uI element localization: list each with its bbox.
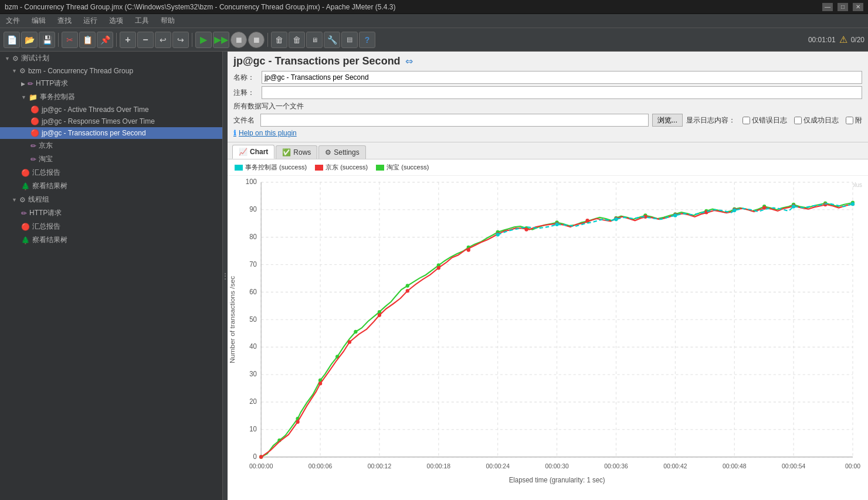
tree-label-tc: 事务控制器 (40, 92, 75, 102)
svg-text:00:00:42: 00:00:42 (663, 462, 687, 470)
svg-point-95 (614, 217, 618, 222)
chart-icon-rt: 🔴 (30, 117, 39, 125)
comment-input[interactable] (262, 86, 862, 99)
svg-point-96 (673, 213, 677, 217)
maximize-button[interactable]: □ (838, 3, 848, 11)
only-success-checkbox[interactable] (794, 117, 802, 124)
function-button[interactable]: 🔧 (324, 32, 340, 48)
tree-item-transaction-controller[interactable]: ▼ 📁 事务控制器 (0, 90, 222, 104)
tree-item-active-threads[interactable]: 🔴 jp@gc - Active Threads Over Time (0, 104, 222, 115)
rows-tab-icon: ✅ (282, 148, 291, 157)
pencil-icon-http1: ✏ (28, 80, 33, 88)
start-button[interactable]: ▶ (195, 32, 212, 48)
svg-point-78 (437, 266, 440, 270)
undo-button[interactable]: ↩ (155, 32, 171, 48)
browse-button[interactable]: 浏览... (652, 114, 683, 127)
toolbar-separator-2 (116, 33, 117, 47)
menu-edit[interactable]: 编辑 (29, 15, 48, 26)
save-button[interactable]: 💾 (39, 32, 55, 48)
svg-text:70: 70 (249, 260, 257, 268)
start-no-pause-button[interactable]: ▶▶ (213, 32, 229, 48)
tree-item-summary-report-2[interactable]: 🔴 汇总报告 (0, 220, 222, 233)
close-button[interactable]: ✕ (853, 3, 863, 11)
menu-file[interactable]: 文件 (4, 15, 22, 26)
clear-all-button[interactable]: 🗑 (289, 32, 305, 48)
tree-label-root: 测试计划 (21, 53, 49, 63)
name-input[interactable] (262, 71, 862, 84)
expand-icon[interactable]: ⇔ (405, 56, 413, 67)
display-log-label: 显示日志内容： (686, 115, 735, 125)
toolbar-separator-4 (267, 33, 268, 47)
tab-rows[interactable]: ✅ Rows (276, 145, 317, 159)
chart-icon-tps: 🔴 (30, 129, 39, 137)
title-bar: bzm - Concurrency Thread Group.jmx (C:\W… (0, 0, 868, 14)
tree-item-root[interactable]: ▼ ⚙ 测试计划 (0, 52, 222, 65)
pencil-icon-tb: ✏ (30, 155, 36, 164)
window-controls: — □ ✕ (822, 3, 863, 11)
copy-button[interactable]: 📋 (79, 32, 96, 48)
svg-text:60: 60 (249, 287, 257, 295)
only-success-option[interactable]: 仅成功日志 (794, 115, 839, 125)
tree-icon-rt1: 🌲 (21, 182, 30, 191)
legend-label-tb: 淘宝 (success) (386, 163, 429, 172)
svg-point-72 (259, 455, 263, 459)
template-button[interactable]: ▤ (341, 32, 358, 48)
help-link[interactable]: ℹ Help on this plugin (233, 129, 862, 137)
redo-button[interactable]: ↪ (172, 32, 189, 48)
tree-item-result-tree-2[interactable]: 🌲 察看结果树 (0, 233, 222, 247)
file-name-input[interactable] (260, 114, 649, 127)
svg-text:00:00:18: 00:00:18 (427, 462, 451, 470)
add-button[interactable]: + (120, 32, 136, 48)
tree-item-http-request-2[interactable]: ✏ HTTP请求 (0, 206, 222, 220)
svg-point-99 (851, 202, 855, 206)
chart-legend: 事务控制器 (success) 京东 (success) 淘宝 (success… (228, 159, 868, 176)
only-error-checkbox[interactable] (742, 117, 750, 124)
menu-options[interactable]: 选项 (107, 15, 126, 26)
tree-item-taobao[interactable]: ✏ 淘宝 (0, 152, 222, 166)
svg-text:40: 40 (249, 342, 257, 350)
open-button[interactable]: 📂 (21, 32, 38, 48)
shutdown-button[interactable]: ⏹ (248, 32, 265, 48)
tree-item-http-request-1[interactable]: ▶ ✏ HTTP请求 (0, 77, 222, 90)
svg-text:Number of transactions /sec: Number of transactions /sec (229, 276, 236, 363)
tree-item-result-tree-1[interactable]: 🌲 察看结果树 (0, 179, 222, 193)
menu-find[interactable]: 查找 (55, 15, 74, 26)
minimize-button[interactable]: — (822, 3, 833, 11)
append-option[interactable]: 附 (846, 115, 862, 125)
svg-text:30: 30 (249, 370, 257, 377)
tree-item-transactions-per-second[interactable]: 🔴 jp@gc - Transactions per Second (0, 127, 222, 139)
gear-icon-tg2: ⚙ (19, 196, 26, 204)
stop-button[interactable]: ⏹ (230, 32, 247, 48)
toolbar-separator-3 (192, 33, 192, 47)
svg-text:00:00:12: 00:00:12 (368, 462, 392, 470)
append-checkbox[interactable] (846, 117, 853, 124)
cut-button[interactable]: ✂ (62, 32, 78, 48)
remote-button[interactable]: 🖥 (306, 32, 323, 48)
only-error-option[interactable]: 仅错误日志 (742, 115, 787, 125)
tree-item-summary-report-1[interactable]: 🔴 汇总报告 (0, 166, 222, 179)
tab-settings[interactable]: ⚙ Settings (318, 145, 365, 159)
tree-label-rt1: 察看结果树 (32, 181, 67, 191)
new-button[interactable]: 📄 (4, 32, 20, 48)
toolbar: 📄 📂 💾 ✂ 📋 📌 + − ↩ ↪ ▶ ▶▶ ⏹ ⏹ 🗑 🗑 🖥 🔧 ▤ ?… (0, 28, 868, 52)
tree-label-http2: HTTP请求 (29, 208, 62, 218)
paste-button[interactable]: 📌 (97, 32, 113, 48)
svg-point-54 (354, 330, 357, 334)
tree-item-thread-group-2[interactable]: ▼ ⚙ 线程组 (0, 193, 222, 206)
remove-button[interactable]: − (137, 32, 154, 48)
clear-button[interactable]: 🗑 (271, 32, 287, 48)
panel-resize-handle[interactable] (223, 52, 228, 500)
tree-item-response-times[interactable]: 🔴 jp@gc - Response Times Over Time (0, 115, 222, 127)
rows-tab-label: Rows (293, 148, 311, 157)
svg-text:0: 0 (253, 453, 257, 460)
tree-label-rt2: 察看结果树 (32, 235, 67, 245)
tree-item-jingdong[interactable]: ✏ 京东 (0, 139, 222, 152)
tree-item-thread-group-bzm[interactable]: ▼ ⚙ bzm - Concurrency Thread Group (0, 65, 222, 77)
help-button[interactable]: ? (359, 32, 375, 48)
tree-label-sr2: 汇总报告 (32, 222, 60, 232)
menu-run[interactable]: 运行 (81, 15, 100, 26)
menu-tools[interactable]: 工具 (133, 15, 151, 26)
chart-tab-icon: 📈 (239, 148, 247, 156)
menu-help[interactable]: 帮助 (158, 15, 177, 26)
tab-chart[interactable]: 📈 Chart (232, 145, 274, 159)
